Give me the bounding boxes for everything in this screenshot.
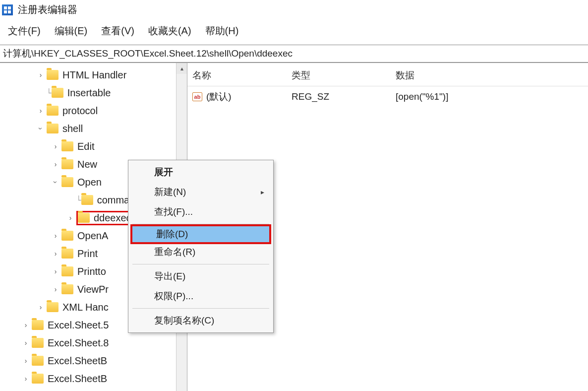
folder-icon <box>61 266 73 276</box>
expand-icon[interactable]: › <box>52 267 59 275</box>
context-menu: 展开 新建(N) 查找(F)... 删除(D) 重命名(R) 导出(E) 权限(… <box>128 160 274 333</box>
folder-icon <box>47 106 59 116</box>
folder-icon <box>47 302 59 312</box>
tree-item-excel-sheetb-2[interactable]: ›Excel.SheetB <box>2 370 187 388</box>
folder-icon <box>47 124 59 133</box>
tree-item-excel-sheet-8[interactable]: ›Excel.Sheet.8 <box>2 334 187 352</box>
ctx-rename[interactable]: 重命名(R) <box>128 242 273 262</box>
ctx-export[interactable]: 导出(E) <box>128 266 273 286</box>
ctx-separator <box>132 308 269 309</box>
value-name: (默认) <box>206 90 232 103</box>
folder-icon <box>81 195 93 205</box>
collapse-icon[interactable]: › <box>37 125 45 132</box>
folder-icon <box>61 141 73 151</box>
expand-icon[interactable]: › <box>52 160 59 168</box>
menu-file[interactable]: 文件(F) <box>1 22 48 40</box>
expand-icon[interactable]: › <box>66 214 74 222</box>
tree-item-insertable[interactable]: ›└Insertable <box>2 84 187 102</box>
col-data[interactable]: 数据 <box>396 69 583 82</box>
scroll-up-icon[interactable] <box>176 63 187 74</box>
menu-favorites[interactable]: 收藏夹(A) <box>141 22 198 40</box>
tree-item-protocol[interactable]: ›protocol <box>2 102 187 120</box>
folder-icon <box>78 213 90 223</box>
window-title: 注册表编辑器 <box>18 3 77 16</box>
folder-icon <box>52 88 63 98</box>
expand-icon[interactable]: › <box>52 142 59 150</box>
expand-icon[interactable]: › <box>52 285 59 293</box>
folder-icon <box>32 356 44 366</box>
title-bar: 注册表编辑器 <box>0 0 588 19</box>
tree-item-html-handler[interactable]: ›HTML Handler <box>2 66 187 84</box>
address-bar[interactable]: 计算机\HKEY_CLASSES_ROOT\Excel.Sheet.12\she… <box>0 45 588 63</box>
ctx-separator <box>132 264 269 264</box>
expand-icon[interactable]: › <box>22 375 30 383</box>
expand-icon[interactable]: › <box>52 232 59 240</box>
ctx-expand[interactable]: 展开 <box>128 162 273 182</box>
expand-icon[interactable]: › <box>37 303 45 311</box>
expand-icon[interactable]: › <box>22 339 30 347</box>
expand-icon[interactable]: › <box>22 321 30 329</box>
value-data: [open("%1")] <box>396 91 583 102</box>
ctx-delete[interactable]: 删除(D) <box>130 224 271 244</box>
value-type: REG_SZ <box>292 91 396 102</box>
value-row-default[interactable]: ab (默认) REG_SZ [open("%1")] <box>187 86 588 107</box>
col-type[interactable]: 类型 <box>292 69 396 82</box>
highlight-box: ddeexec <box>76 211 135 225</box>
expand-icon[interactable]: › <box>37 107 45 115</box>
menu-edit[interactable]: 编辑(E) <box>48 22 95 40</box>
expand-icon[interactable]: › <box>52 250 59 258</box>
values-header: 名称 类型 数据 <box>187 65 588 86</box>
string-value-icon: ab <box>192 92 202 101</box>
col-name[interactable]: 名称 <box>192 69 292 82</box>
tree-item-shell[interactable]: ›shell <box>2 120 187 137</box>
folder-icon <box>32 320 44 330</box>
tree-item-edit[interactable]: ›Edit <box>2 137 187 155</box>
menu-help[interactable]: 帮助(H) <box>198 22 246 40</box>
folder-icon <box>32 374 44 384</box>
tree-item-excel-sheetb-1[interactable]: ›Excel.SheetB <box>2 352 187 370</box>
expand-icon[interactable]: › <box>22 357 30 365</box>
ctx-permissions[interactable]: 权限(P)... <box>128 286 273 306</box>
ctx-new[interactable]: 新建(N) <box>128 182 273 202</box>
menu-view[interactable]: 查看(V) <box>94 22 141 40</box>
expand-icon[interactable]: › <box>37 71 45 79</box>
regedit-icon <box>2 4 13 15</box>
ctx-find[interactable]: 查找(F)... <box>128 202 273 222</box>
folder-icon <box>61 284 73 294</box>
folder-icon <box>32 338 44 348</box>
body: ›HTML Handler ›└Insertable ›protocol ›sh… <box>0 63 588 391</box>
folder-icon <box>61 249 73 259</box>
folder-icon <box>47 70 59 80</box>
ctx-copy-key-name[interactable]: 复制项名称(C) <box>128 311 273 330</box>
folder-icon <box>61 231 73 241</box>
folder-icon <box>61 177 73 187</box>
folder-icon <box>61 159 73 169</box>
collapse-icon[interactable]: › <box>52 178 59 186</box>
menu-bar: 文件(F) 编辑(E) 查看(V) 收藏夹(A) 帮助(H) <box>0 19 588 45</box>
